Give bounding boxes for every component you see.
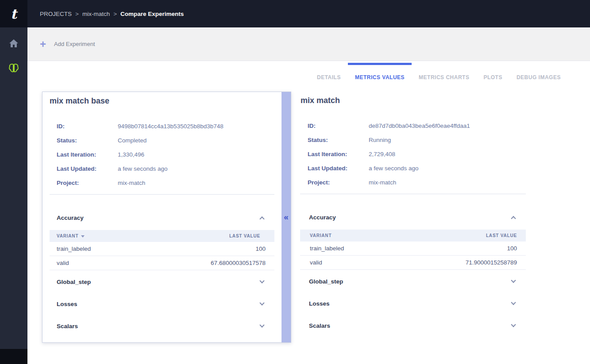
section-title: Losses	[57, 301, 77, 307]
tab-plots[interactable]: PLOTS	[476, 62, 509, 87]
breadcrumb-separator: >	[75, 11, 79, 17]
field-label: Status:	[308, 137, 369, 143]
logo-letter: t	[11, 6, 17, 22]
metrics-table: VARIANT LAST VALUE train_labeled 100	[50, 230, 274, 270]
sidebar-item-home[interactable]	[0, 32, 27, 57]
section-title: Scalars	[57, 323, 78, 330]
page: t PROJECTS > mix-match > Compare Experim…	[0, 0, 590, 364]
metric-sections: Accuracy VARIANT LAST VALUE	[300, 212, 526, 331]
section-header-global-step[interactable]: Global_step	[300, 276, 519, 287]
experiment-fields: ID: de87d7db0ba043bea5e6f0eae4ffdaa1 Sta…	[300, 119, 526, 189]
experiment-card-mix-match: mix match ID: de87d7db0ba043bea5e6f0eae4…	[300, 92, 526, 343]
section-header-accuracy[interactable]: Accuracy	[300, 212, 519, 222]
tab-debug-images[interactable]: DEBUG IMAGES	[509, 62, 568, 87]
table-row: valid 71.9000015258789	[300, 256, 526, 270]
chevron-down-icon	[259, 278, 264, 283]
field-row-last-iteration: Last Iteration: 2,729,408	[308, 147, 526, 161]
variant-cell: valid	[300, 256, 387, 270]
metrics-table: VARIANT LAST VALUE train_labeled 100	[300, 230, 526, 270]
field-value: Completed	[118, 137, 147, 144]
section-header-losses[interactable]: Losses	[50, 299, 274, 309]
field-row-last-iteration: Last Iteration: 1,330,496	[57, 147, 282, 161]
field-label: Last Updated:	[308, 165, 369, 172]
experiment-title: mix match	[300, 92, 526, 105]
variant-cell: train_labeled	[300, 241, 387, 256]
breadcrumb-separator: >	[113, 11, 117, 17]
last-value-cell: 100	[132, 242, 274, 256]
table-header-row: VARIANT LAST VALUE	[300, 230, 526, 241]
section-header-scalars[interactable]: Scalars	[300, 320, 519, 331]
metric-section-losses: Losses	[300, 298, 526, 309]
experiment-title: mix match base	[42, 92, 282, 106]
metric-section-losses: Losses	[42, 299, 282, 309]
field-value: Running	[369, 137, 391, 143]
divider	[300, 194, 526, 194]
column-header-variant[interactable]: VARIANT	[300, 230, 387, 241]
section-title: Global_step	[309, 278, 343, 285]
app-logo[interactable]: t	[0, 0, 27, 27]
field-row-project: Project: mix-match	[308, 175, 526, 189]
field-row-last-updated: Last Updated: a few seconds ago	[57, 161, 282, 176]
field-row-project: Project: mix-match	[57, 176, 282, 190]
field-value: 1,330,496	[118, 151, 144, 158]
chevron-up-icon	[511, 216, 516, 221]
experiment-card-mix-match-base: mix match base ID: 9498b07814cc4a13b5350…	[42, 92, 291, 343]
variant-cell: valid	[50, 256, 132, 270]
field-row-id: ID: de87d7db0ba043bea5e6f0eae4ffdaa1	[308, 119, 526, 133]
tab-details[interactable]: DETAILS	[310, 62, 348, 87]
toolbar: + Add Experiment	[27, 27, 590, 61]
section-header-global-step[interactable]: Global_step	[50, 276, 274, 287]
section-header-losses[interactable]: Losses	[300, 298, 519, 309]
breadcrumb-project-name[interactable]: mix-match	[82, 11, 110, 17]
metric-section-accuracy: Accuracy VARIANT LAST VALUE	[300, 212, 526, 270]
chevron-down-icon	[511, 300, 516, 305]
sort-desc-icon	[81, 235, 85, 238]
section-header-accuracy[interactable]: Accuracy	[50, 212, 274, 223]
field-label: Status:	[57, 137, 118, 144]
tab-metrics-values[interactable]: METRICS VALUES	[348, 62, 412, 87]
tab-metrics-charts[interactable]: METRICS CHARTS	[412, 62, 476, 87]
field-label: ID:	[57, 123, 118, 130]
field-value: a few seconds ago	[118, 165, 168, 172]
breadcrumb-current-page: Compare Experiments	[120, 11, 184, 17]
tab-bar: DETAILS METRICS VALUES METRICS CHARTS PL…	[310, 62, 568, 87]
breadcrumb-projects[interactable]: PROJECTS	[40, 11, 72, 17]
metric-section-scalars: Scalars	[42, 321, 282, 331]
metric-section-global-step: Global_step	[42, 276, 282, 287]
breadcrumb: PROJECTS > mix-match > Compare Experimen…	[40, 0, 184, 27]
plus-icon: +	[40, 39, 46, 50]
field-label: Last Iteration:	[308, 151, 369, 157]
column-header-last-value[interactable]: LAST VALUE	[387, 230, 526, 241]
section-header-scalars[interactable]: Scalars	[50, 321, 274, 331]
field-label: Last Iteration:	[57, 151, 118, 158]
column-header-variant[interactable]: VARIANT	[50, 230, 132, 242]
column-header-last-value[interactable]: LAST VALUE	[132, 230, 274, 242]
section-title: Losses	[309, 300, 330, 307]
field-row-status: Status: Completed	[57, 133, 282, 147]
sidebar-footer	[0, 349, 27, 364]
divider	[50, 194, 274, 195]
last-value-cell: 67.68000030517578	[132, 256, 274, 270]
collapse-card-button[interactable]: «	[282, 212, 291, 222]
table-row: valid 67.68000030517578	[50, 256, 274, 270]
field-value: 2,729,408	[369, 151, 395, 157]
projects-brain-icon	[8, 62, 19, 76]
field-row-status: Status: Running	[308, 133, 526, 147]
chevron-down-icon	[511, 278, 516, 283]
table-row: train_labeled 100	[300, 241, 526, 256]
field-value: 9498b07814cc4a13b535025b8bd3b748	[118, 123, 224, 130]
metric-section-scalars: Scalars	[300, 320, 526, 331]
chevron-up-icon	[259, 216, 264, 221]
metric-sections: Accuracy VARIANT LAST VALUE	[42, 212, 282, 331]
add-experiment-button[interactable]: + Add Experiment	[27, 39, 95, 50]
chevron-down-icon	[259, 322, 264, 327]
sidebar-item-projects[interactable]	[0, 57, 27, 81]
top-bar: t PROJECTS > mix-match > Compare Experim…	[0, 0, 590, 27]
field-label: Last Updated:	[57, 165, 118, 172]
experiment-fields: ID: 9498b07814cc4a13b535025b8bd3b748 Sta…	[42, 119, 282, 190]
field-value: a few seconds ago	[369, 165, 419, 172]
field-row-id: ID: 9498b07814cc4a13b535025b8bd3b748	[57, 119, 282, 133]
field-label: Project:	[57, 180, 118, 186]
sidebar	[0, 27, 27, 364]
table-row: train_labeled 100	[50, 242, 274, 256]
